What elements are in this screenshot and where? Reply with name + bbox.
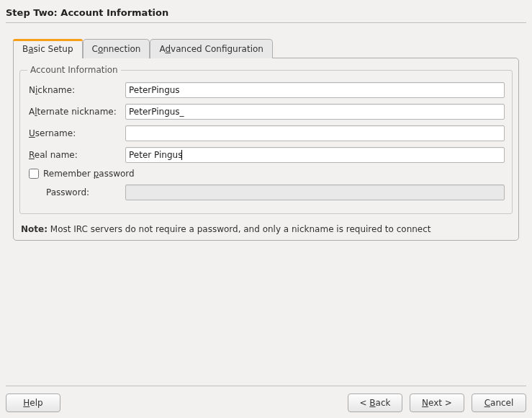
divider <box>6 22 526 23</box>
username-input[interactable] <box>125 125 505 141</box>
next-button[interactable]: Next > <box>410 393 464 412</box>
account-information-group: Account Information Nickname: Alternate … <box>19 70 513 214</box>
tab-panel: Account Information Nickname: Alternate … <box>13 58 519 241</box>
group-title: Account Information <box>27 65 121 75</box>
real-name-input[interactable]: Peter Pingus <box>125 147 505 163</box>
back-button[interactable]: < Back <box>348 393 402 412</box>
note-text: Note: Most IRC servers do not require a … <box>19 224 513 234</box>
remember-password-checkbox[interactable] <box>29 169 39 179</box>
page-title: Step Two: Account Information <box>6 6 526 22</box>
alternate-nickname-label: Alternate nickname: <box>27 107 125 117</box>
cancel-button[interactable]: Cancel <box>472 393 526 412</box>
password-label: Password: <box>45 187 125 197</box>
help-button[interactable]: Help <box>6 393 60 412</box>
nickname-input[interactable] <box>125 82 505 98</box>
tab-connection[interactable]: Connection <box>83 39 150 58</box>
tab-advanced-configuration[interactable]: Advanced Configuration <box>150 39 272 58</box>
tab-basic-setup[interactable]: Basic Setup <box>13 39 83 58</box>
nickname-label: Nickname: <box>27 85 125 95</box>
button-bar: Help < Back Next > Cancel <box>6 386 526 412</box>
remember-password-label[interactable]: Remember password <box>43 169 135 179</box>
password-input <box>125 184 505 200</box>
alternate-nickname-input[interactable] <box>125 104 505 120</box>
real-name-label: Real name: <box>27 150 125 160</box>
username-label: Username: <box>27 128 125 138</box>
tab-row: Basic Setup Connection Advanced Configur… <box>13 39 519 58</box>
text-caret <box>181 150 182 160</box>
